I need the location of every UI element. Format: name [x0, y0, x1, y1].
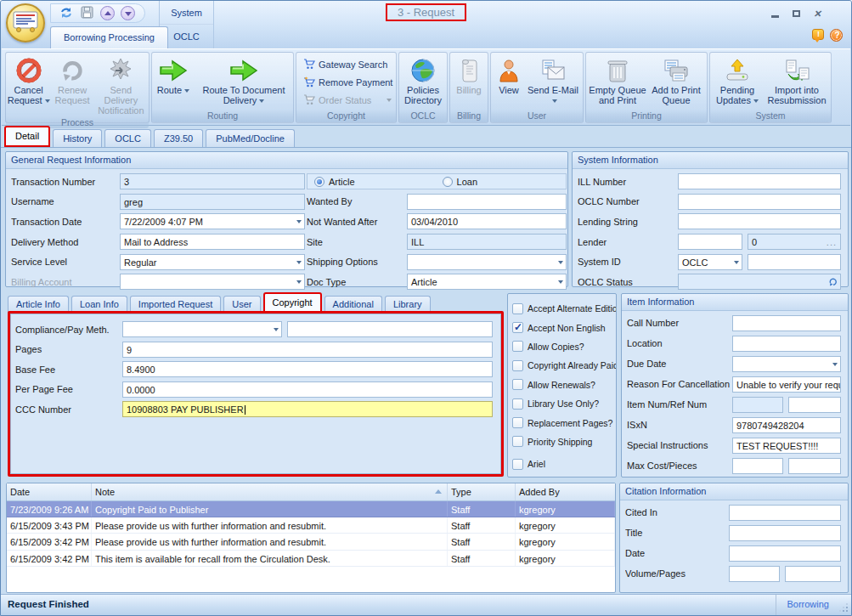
dropdown-arrow-icon[interactable] — [734, 261, 739, 264]
subtab-additional[interactable]: Additional — [324, 296, 382, 313]
checkbox-copyright-already-paid[interactable]: Copyright Already Paid? — [512, 356, 616, 375]
resize-grip[interactable] — [846, 610, 848, 612]
subtab-loan-info[interactable]: Loan Info — [71, 296, 127, 313]
compliance-dropdown[interactable] — [122, 321, 282, 337]
max-cost-field[interactable] — [732, 458, 783, 474]
call-number-field[interactable] — [732, 315, 841, 331]
subtab-copyright[interactable]: Copyright — [263, 292, 322, 313]
wanted-by-field[interactable] — [407, 194, 567, 210]
dropdown-arrow-icon[interactable] — [274, 328, 279, 331]
subtab-user[interactable]: User — [223, 296, 260, 313]
checkbox-allow-copies[interactable]: Allow Copies? — [512, 337, 616, 356]
column-header-type[interactable]: Type — [448, 483, 516, 500]
help-icon[interactable] — [830, 29, 843, 42]
compliance-value-field[interactable] — [287, 321, 493, 337]
base-fee-field[interactable]: 8.4900 — [122, 361, 493, 377]
service-level-field[interactable]: Regular — [120, 254, 305, 270]
system-id-dropdown[interactable]: OCLC — [678, 254, 742, 270]
oclc-number-field[interactable] — [678, 194, 841, 210]
column-header-date[interactable]: Date — [7, 483, 92, 500]
radio-article[interactable] — [314, 177, 324, 187]
route-button[interactable]: Route — [152, 54, 195, 96]
save-button[interactable] — [78, 6, 95, 21]
dropdown-arrow-icon[interactable] — [296, 261, 302, 264]
policies-directory-button[interactable]: Policies Directory — [400, 54, 446, 106]
pages-field[interactable]: 9 — [122, 342, 493, 358]
dropdown-arrow-icon[interactable] — [296, 280, 302, 284]
checkbox-accept-non-english[interactable]: Accept Non English — [512, 318, 616, 336]
renew-request-button[interactable]: Renew Request — [51, 54, 93, 106]
tab-z3950[interactable]: Z39.50 — [154, 129, 203, 147]
remove-payment-button[interactable]: Remove Payment — [300, 74, 395, 90]
cited-pages-field[interactable] — [785, 566, 841, 582]
import-into-resubmission-button[interactable]: Import into Resubmission — [764, 54, 830, 106]
tab-history[interactable]: History — [53, 129, 102, 147]
lender-field[interactable] — [678, 234, 742, 250]
refresh-button[interactable] — [58, 6, 75, 21]
location-field[interactable] — [732, 336, 841, 352]
tab-oclc[interactable]: OCLC — [104, 129, 151, 147]
note-row-selected[interactable]: 7/23/2009 9:26 AM Copyright Paid to Publ… — [7, 501, 615, 517]
cancel-request-button[interactable]: Cancel Request — [6, 54, 51, 106]
checkbox-accept-alternate-edition[interactable]: Accept Alternate Edition — [512, 299, 616, 318]
not-wanted-after-field[interactable]: 03/04/2010 — [407, 213, 567, 229]
checkbox-replacement-pages[interactable]: Replacement Pages? — [512, 413, 616, 432]
feedback-bubble-icon[interactable] — [812, 29, 824, 40]
maximize-button[interactable] — [789, 8, 803, 20]
note-row[interactable]: 6/15/2009 3:42 PM This item is available… — [7, 551, 615, 567]
special-instructions-field[interactable]: TEST REQUEST!!!! — [732, 438, 841, 454]
doc-type-field[interactable]: Article — [407, 274, 567, 290]
cited-volume-field[interactable] — [729, 566, 780, 582]
empty-queue-and-print-button[interactable]: Empty Queue and Print — [588, 54, 647, 106]
send-email-button[interactable]: Send E-Mail — [525, 54, 581, 106]
order-status-button[interactable]: Order Status — [300, 92, 394, 108]
expand-button[interactable] — [119, 6, 136, 21]
app-menu-button[interactable] — [6, 3, 45, 42]
send-delivery-notification-button[interactable]: Send Delivery Notification — [93, 54, 149, 116]
isxn-field[interactable]: 9780749428204 — [732, 417, 841, 433]
due-date-field[interactable] — [732, 356, 841, 372]
billing-button[interactable]: Billing — [451, 54, 487, 96]
view-user-button[interactable]: View — [493, 54, 525, 96]
ref-num-field[interactable] — [788, 397, 841, 413]
note-row[interactable]: 6/15/2009 3:43 PM Please provide us with… — [7, 517, 615, 534]
radio-loan[interactable] — [443, 177, 453, 187]
dropdown-arrow-icon[interactable] — [296, 220, 302, 223]
close-button[interactable] — [810, 8, 824, 20]
column-header-note[interactable]: Note — [92, 483, 448, 500]
cited-in-field[interactable] — [729, 505, 841, 521]
transaction-date-field[interactable]: 7/22/2009 4:07 PM — [120, 213, 305, 229]
dropdown-arrow-icon[interactable] — [558, 280, 563, 284]
checkbox-library-use-only[interactable]: Library Use Only? — [512, 394, 616, 413]
delivery-method-field[interactable]: Mail to Address — [120, 234, 305, 250]
cited-date-field[interactable] — [729, 545, 841, 562]
billing-account-field[interactable] — [120, 274, 305, 290]
subtab-imported-request[interactable]: Imported Request — [130, 296, 221, 313]
checkbox-allow-renewals[interactable]: Allow Renewals? — [512, 376, 616, 394]
reason-for-cancellation-field[interactable]: Unable to verify your requ — [732, 376, 841, 393]
cited-title-field[interactable] — [729, 525, 841, 541]
dropdown-arrow-icon[interactable] — [832, 363, 838, 366]
subtab-article-info[interactable]: Article Info — [8, 296, 69, 313]
system-id-value-field[interactable] — [748, 254, 841, 270]
note-row[interactable]: 6/15/2009 3:42 PM Please provide us with… — [7, 534, 615, 550]
ribbon-tab-borrowing-processing[interactable]: Borrowing Processing — [50, 26, 168, 48]
column-header-added-by[interactable]: Added By — [516, 483, 615, 500]
tab-pubmed-docline[interactable]: PubMed/Docline — [206, 129, 295, 147]
checkbox-ariel[interactable]: Ariel — [512, 455, 616, 473]
checkbox-priority-shipping[interactable]: Priority Shipping — [512, 432, 616, 451]
route-to-document-delivery-button[interactable]: Route To Document Delivery — [195, 54, 293, 106]
dropdown-arrow-icon[interactable] — [558, 261, 563, 264]
shipping-options-field[interactable] — [407, 254, 567, 270]
per-page-fee-field[interactable]: 0.0000 — [122, 381, 493, 398]
ill-number-field[interactable] — [678, 173, 841, 189]
browse-button[interactable]: ... — [827, 236, 837, 249]
minimize-button[interactable] — [768, 8, 781, 20]
gateway-search-button[interactable]: Gateway Search — [300, 56, 390, 72]
add-to-print-queue-button[interactable]: Add to Print Queue — [647, 54, 705, 106]
pieces-field[interactable] — [788, 458, 841, 474]
pending-updates-button[interactable]: Pending Updates — [711, 54, 764, 106]
ribbon-tab-system[interactable]: System — [160, 1, 213, 25]
tab-detail[interactable]: Detail — [4, 126, 50, 147]
subtab-library[interactable]: Library — [385, 296, 431, 313]
